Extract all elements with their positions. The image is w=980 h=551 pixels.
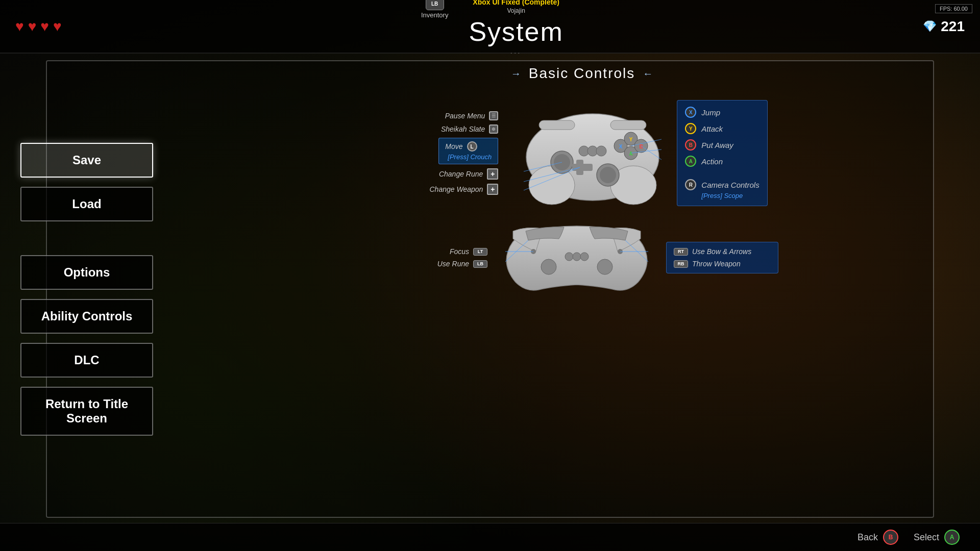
mod-author: Vojajin xyxy=(507,7,525,14)
svg-point-30 xyxy=(541,259,556,274)
svg-text:A: A xyxy=(629,151,633,157)
focus-label: Focus LT xyxy=(450,247,487,256)
controller-top-svg-wrap xyxy=(498,216,656,299)
change-weapon-text: Change Weapon xyxy=(429,185,483,193)
put-away-text: Put Away xyxy=(701,141,733,149)
dpad1-badge: + xyxy=(487,168,498,180)
fps-display: FPS: 60.00 xyxy=(935,4,972,13)
jump-text: Jump xyxy=(701,108,720,117)
bottom-bar: Back B Select A xyxy=(0,523,980,551)
ability-controls-button[interactable]: Ability Controls xyxy=(20,299,153,334)
sidebar: Save Load Options Ability Controls DLC R… xyxy=(20,143,153,436)
main-content: Save Load Options Ability Controls DLC R… xyxy=(0,55,980,523)
a-badge-right: A xyxy=(685,156,696,167)
system-title: System xyxy=(469,16,563,47)
return-to-title-button[interactable]: Return to Title Screen xyxy=(20,387,153,436)
system-header: Xbox UI Fixed (Complete) Vojajin System … xyxy=(469,0,563,55)
pause-menu-label: Pause Menu ☰ xyxy=(445,111,499,120)
back-label: Back xyxy=(857,532,878,543)
gem-icon: 💎 xyxy=(923,20,937,33)
scope-label: [Press] Scope xyxy=(701,192,759,199)
controls-section: → Basic Controls ← Pause Menu ☰ Sheikah … xyxy=(194,65,970,513)
svg-point-32 xyxy=(565,253,573,261)
lb-badge: LB xyxy=(473,260,487,268)
rb-badge: RB xyxy=(674,260,688,268)
load-button[interactable]: Load xyxy=(20,187,153,221)
svg-rect-4 xyxy=(610,120,646,130)
menu-badge: ☰ xyxy=(489,111,498,120)
sheikah-slate-label: Sheikah Slate ⊕ xyxy=(441,124,498,134)
controller-front-view: Pause Menu ☰ Sheikah Slate ⊕ Move L [Pre… xyxy=(194,94,970,212)
heart-2: ♥ xyxy=(28,18,37,35)
svg-text:X: X xyxy=(619,144,623,149)
options-button[interactable]: Options xyxy=(20,255,153,290)
use-bow-label: RT Use Bow & Arrows xyxy=(674,247,751,256)
pause-menu-text: Pause Menu xyxy=(445,112,485,120)
inventory-button[interactable]: LB xyxy=(426,0,444,10)
focus-text: Focus xyxy=(450,247,469,256)
inventory-label: Inventory xyxy=(421,11,448,19)
dpad2-badge: + xyxy=(487,184,498,195)
dlc-button[interactable]: DLC xyxy=(20,343,153,378)
svg-text:Y: Y xyxy=(629,137,633,142)
move-badge: L xyxy=(467,141,477,152)
svg-point-8 xyxy=(600,167,616,183)
lt-badge: LT xyxy=(473,248,487,256)
move-label-group: Move L [Press] Crouch xyxy=(438,138,498,164)
change-weapon-label: Change Weapon + xyxy=(429,184,498,195)
attack-label: Y Attack xyxy=(685,123,759,134)
attack-text: Attack xyxy=(701,124,723,133)
move-text: Move xyxy=(445,142,462,151)
svg-point-34 xyxy=(580,253,589,261)
back-action: Back B xyxy=(857,530,898,545)
health-hearts: ♥ ♥ ♥ ♥ xyxy=(15,18,62,35)
jump-label: X Jump xyxy=(685,107,759,118)
select-button[interactable]: A xyxy=(944,530,960,545)
put-away-label: B Put Away xyxy=(685,139,759,151)
section-title: Basic Controls xyxy=(529,65,635,82)
camera-controls-group: R Camera Controls [Press] Scope xyxy=(685,179,759,199)
svg-point-33 xyxy=(573,253,581,261)
throw-weapon-label: RB Throw Weapon xyxy=(674,260,741,268)
back-button[interactable]: B xyxy=(883,530,898,545)
action-label: A Action xyxy=(685,156,759,167)
sheikah-slate-text: Sheikah Slate xyxy=(441,125,485,133)
controller-front-svg-wrap: X A Y B xyxy=(508,96,677,210)
controller-front-svg: X A Y B xyxy=(508,96,677,208)
mod-title: Xbox UI Fixed (Complete) xyxy=(473,0,559,6)
use-bow-text: Use Bow & Arrows xyxy=(692,247,751,256)
svg-point-13 xyxy=(596,146,606,156)
x-badge: X xyxy=(685,107,696,118)
throw-weapon-text: Throw Weapon xyxy=(692,260,741,268)
crouch-label: [Press] Crouch xyxy=(448,153,492,161)
save-button[interactable]: Save xyxy=(20,143,153,178)
system-dots: ... xyxy=(510,48,522,55)
section-header: → Basic Controls ← xyxy=(194,65,970,82)
camera-label: R Camera Controls xyxy=(685,179,759,190)
right-control-labels: X Jump Y Attack B Put Away A Action xyxy=(677,100,767,206)
select-label: Select xyxy=(914,532,939,543)
svg-rect-3 xyxy=(539,120,575,130)
gem-count: 221 xyxy=(941,18,965,35)
top-bar: ♥ ♥ ♥ ♥ LB Inventory Xbox UI Fixed (Comp… xyxy=(0,0,980,54)
bottom-right-labels: RT Use Bow & Arrows RB Throw Weapon xyxy=(666,242,778,273)
svg-point-31 xyxy=(597,259,612,274)
use-rune-text: Use Rune xyxy=(437,260,469,268)
r-badge: R xyxy=(685,179,696,190)
controller-top-svg xyxy=(498,216,656,297)
left-control-labels: Pause Menu ☰ Sheikah Slate ⊕ Move L [Pre… xyxy=(396,111,498,195)
arrow-right-icon: ← xyxy=(643,68,653,80)
action-text: Action xyxy=(701,157,723,166)
bottom-left-labels: Focus LT Use Rune LB xyxy=(385,247,487,268)
use-rune-label: Use Rune LB xyxy=(437,260,487,268)
change-rune-label: Change Rune + xyxy=(439,168,498,180)
rt-badge: RT xyxy=(674,248,688,256)
change-rune-text: Change Rune xyxy=(439,170,483,178)
select-action: Select A xyxy=(914,530,960,545)
arrow-left-icon: → xyxy=(511,68,521,80)
camera-text: Camera Controls xyxy=(701,181,759,189)
heart-3: ♥ xyxy=(40,18,49,35)
slate-badge: ⊕ xyxy=(489,124,498,134)
heart-4: ♥ xyxy=(53,18,62,35)
y-badge: Y xyxy=(685,123,696,134)
